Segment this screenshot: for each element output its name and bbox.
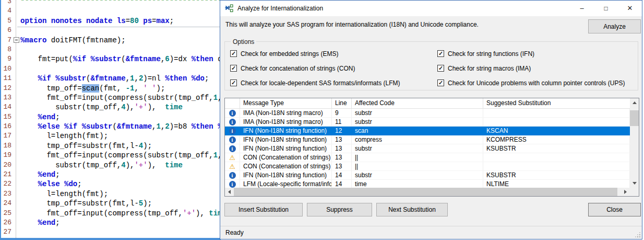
dialog-titlebar[interactable]: Analyze for Internationalization – □ ✕ bbox=[220, 1, 642, 16]
line-number-cell: 13 bbox=[332, 162, 352, 171]
code-token: ; bbox=[77, 180, 81, 188]
code-token: 4 bbox=[121, 103, 125, 111]
code-line[interactable]: 27 bbox=[0, 227, 221, 237]
table-header[interactable]: Message TypeLineAffected CodeSuggested S… bbox=[225, 98, 630, 109]
code-line[interactable]: 19 fmt_off=input(compress(substr(tmp_off… bbox=[0, 151, 221, 160]
code-line[interactable]: 4 bbox=[0, 6, 221, 16]
analyze-button[interactable]: Analyze bbox=[588, 19, 641, 33]
code-line[interactable]: 9 fmt=put(%if %substr(&fmtname,6)=dx %th… bbox=[0, 54, 221, 64]
line-number: 14 bbox=[0, 102, 11, 112]
code-line[interactable]: 18 tmp_off=substr(fmt,l-4); bbox=[0, 141, 221, 151]
checkbox-label: Check for Unicode problems with column p… bbox=[448, 79, 625, 87]
code-line[interactable]: 16 %else %if %substr(&fmtname,1,2)=b8 %t… bbox=[0, 122, 221, 131]
code-line[interactable]: 5option nonotes nodate ls=80 ps=max; bbox=[0, 16, 221, 26]
results-table[interactable]: Message TypeLineAffected CodeSuggested S… bbox=[224, 98, 639, 197]
scroll-up-icon[interactable] bbox=[630, 98, 639, 107]
table-row[interactable]: iIFN (Non-I18N string function)13substrK… bbox=[225, 144, 630, 153]
code-token: substr(tmp_off, bbox=[55, 161, 121, 169]
checkbox-option[interactable]: ✓Check for concatenation of strings (CON… bbox=[230, 65, 400, 72]
checkbox-option[interactable]: ✓Check for string functions (IFN) bbox=[437, 50, 625, 57]
checkbox[interactable]: ✓ bbox=[437, 50, 444, 57]
scroll-down-icon[interactable] bbox=[630, 179, 639, 188]
resize-grip[interactable] bbox=[634, 231, 640, 237]
code-text: %end; bbox=[11, 112, 60, 122]
line-number: 7 bbox=[0, 36, 11, 45]
code-line[interactable]: 17 l=length(fmt); bbox=[0, 131, 221, 141]
code-token bbox=[51, 74, 55, 83]
code-line[interactable]: 23 l=length(fmt); bbox=[0, 189, 221, 199]
horizontal-scrollbar-thumb[interactable] bbox=[234, 188, 617, 196]
checkbox[interactable]: ✓ bbox=[437, 79, 444, 86]
code-line[interactable]: 7%macro doitFMT(fmtname); bbox=[0, 36, 221, 45]
checkbox[interactable]: ✓ bbox=[230, 79, 237, 86]
code-token: 4 bbox=[139, 142, 143, 150]
suppress-button[interactable]: Suppress bbox=[307, 203, 372, 216]
checkbox-option[interactable]: ✓Check for string macros (IMA) bbox=[437, 65, 625, 72]
table-row[interactable]: iLFM (Locale-specific format/informat)14… bbox=[225, 180, 630, 188]
code-line[interactable]: 13 fmt_off=input(compress(substr(tmp_off… bbox=[0, 93, 221, 102]
checkbox-option[interactable]: ✓Check for locale-dependent SAS formats/… bbox=[230, 79, 400, 86]
maximize-icon[interactable]: □ bbox=[594, 1, 618, 16]
code-token: ; bbox=[55, 170, 59, 179]
column-header[interactable]: Suggested Substitution bbox=[483, 98, 630, 108]
vertical-scrollbar-thumb[interactable] bbox=[630, 110, 639, 126]
message-type-cell: IMA (Non-I18N string macro) bbox=[240, 109, 332, 118]
table-row[interactable]: ⚠CON (Concatenation of strings)13|| bbox=[225, 162, 630, 171]
code-token: %then bbox=[192, 55, 213, 63]
next-substitution-button[interactable]: Next Substitution bbox=[376, 203, 448, 216]
insert-substitution-button[interactable]: Insert Substitution bbox=[224, 203, 303, 216]
code-line[interactable]: 10 bbox=[0, 64, 221, 74]
table-row[interactable]: ⚠CON (Concatenation of strings)13|| bbox=[225, 153, 630, 162]
code-line[interactable]: 24 tmp_off=substr(fmt,l-5); bbox=[0, 199, 221, 208]
app-icon bbox=[225, 4, 233, 13]
table-row[interactable]: iIFN (Non-I18N string function)12scanKSC… bbox=[225, 127, 630, 135]
table-row[interactable]: iIMA (Non-I18N string macro)9substr bbox=[225, 109, 630, 118]
checkbox[interactable]: ✓ bbox=[230, 65, 237, 72]
column-header[interactable]: Line bbox=[332, 98, 352, 108]
horizontal-scrollbar[interactable] bbox=[225, 188, 630, 196]
vertical-scrollbar[interactable] bbox=[630, 98, 639, 188]
code-fold-collapse-icon[interactable] bbox=[14, 37, 19, 43]
code-token: nonotes bbox=[51, 17, 86, 25]
checkbox-option[interactable]: ✓Check for Unicode problems with column … bbox=[437, 79, 625, 86]
checkbox[interactable]: ✓ bbox=[437, 65, 444, 72]
code-text: %end; bbox=[11, 170, 60, 179]
checkbox-option[interactable]: ✓Check for embedded strings (EMS) bbox=[230, 50, 400, 57]
table-row[interactable]: iIFN (Non-I18N string function)14substrK… bbox=[225, 171, 630, 180]
close-icon[interactable]: ✕ bbox=[618, 1, 642, 16]
code-line[interactable]: 20 substr(tmp_off,4),'+'), time bbox=[0, 161, 221, 170]
code-line[interactable]: 15 %end; bbox=[0, 112, 221, 122]
code-token: '+' bbox=[134, 161, 147, 169]
minimize-icon[interactable]: – bbox=[570, 1, 594, 16]
check-icon: ✓ bbox=[231, 80, 236, 86]
column-header[interactable] bbox=[225, 98, 240, 108]
affected-code-cell: substr bbox=[352, 109, 483, 118]
code-line[interactable]: 14 substr(tmp_off,4),'+'), time bbox=[0, 102, 221, 112]
sas-code-editor[interactable]: 3***************************************… bbox=[0, 0, 221, 240]
code-token: ; bbox=[205, 74, 209, 83]
code-text: tmp_off=scan(fmt, -1, ' '); bbox=[11, 84, 165, 93]
screenshot-root: 3***************************************… bbox=[0, 0, 644, 240]
code-line[interactable]: 22 %else %do; bbox=[0, 179, 221, 189]
column-header[interactable]: Affected Code bbox=[352, 98, 483, 108]
code-token: = bbox=[152, 17, 156, 25]
scroll-left-icon[interactable] bbox=[225, 188, 234, 196]
code-line[interactable]: 12 tmp_off=scan(fmt, -1, ' '); bbox=[0, 84, 221, 93]
code-line[interactable]: 26 %end; bbox=[0, 218, 221, 227]
code-line[interactable]: 11 %if %substr(&fmtname,1,2)=nl %then %d… bbox=[0, 74, 221, 83]
code-text: fmt_off=input(compress(substr(tmp_off,1,… bbox=[11, 93, 221, 102]
code-text: %else %if %substr(&fmtname,1,2)=b8 %then… bbox=[11, 122, 221, 131]
code-line[interactable]: 25 fmt_off=input(compress(tmp_off,'+'), … bbox=[0, 209, 221, 218]
table-row[interactable]: iIFN (Non-I18N string function)13compres… bbox=[225, 135, 630, 144]
close-button[interactable]: Close bbox=[588, 203, 641, 216]
code-line[interactable]: 8 bbox=[0, 45, 221, 54]
code-token: '+' bbox=[134, 103, 147, 111]
checkbox[interactable]: ✓ bbox=[230, 50, 237, 57]
scroll-right-icon[interactable] bbox=[621, 188, 630, 196]
table-row[interactable]: iIMA (Non-I18N string macro)11substr bbox=[225, 118, 630, 127]
suggested-substitution-cell: KSUBSTR bbox=[483, 144, 630, 153]
code-line[interactable]: 3***************************************… bbox=[0, 0, 221, 6]
options-group-label: Options bbox=[231, 38, 256, 45]
column-header[interactable]: Message Type bbox=[240, 98, 332, 108]
code-line[interactable]: 21 %end; bbox=[0, 170, 221, 179]
